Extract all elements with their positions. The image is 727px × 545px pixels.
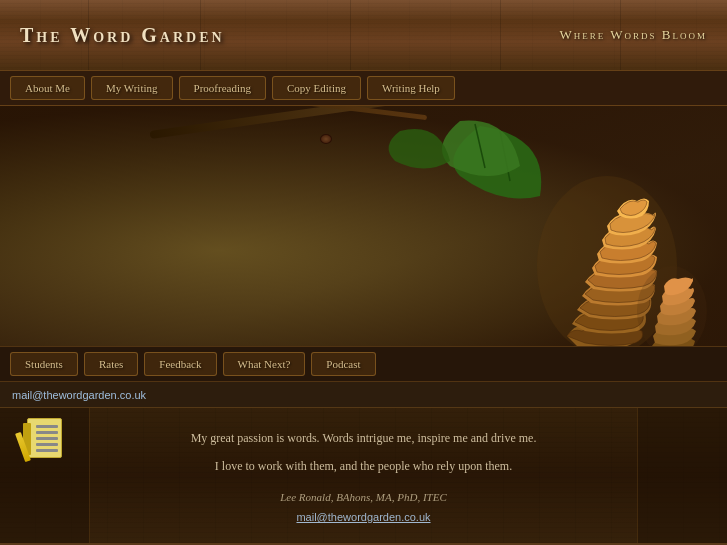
email-link[interactable]: mail@thewordgarden.co.uk xyxy=(12,389,146,401)
notepad-line xyxy=(36,443,58,446)
pine-cone-decoration xyxy=(427,136,707,346)
nav-about-me[interactable]: About Me xyxy=(10,76,85,100)
nav-students[interactable]: Students xyxy=(10,352,78,376)
email-bar: mail@thewordgarden.co.uk xyxy=(0,382,727,408)
author-name: Lee Ronald, BAhons, MA, PhD, ITEC xyxy=(280,491,447,503)
content-email-link[interactable]: mail@thewordgarden.co.uk xyxy=(296,511,430,523)
nav-proofreading[interactable]: Proofreading xyxy=(179,76,266,100)
grain-line xyxy=(350,0,351,70)
content-area: My great passion is words. Words intrigu… xyxy=(0,408,727,543)
site-title: The Word Garden xyxy=(20,24,225,47)
nav-copy-editing[interactable]: Copy Editing xyxy=(272,76,361,100)
bottom-nav: Students Rates Feedback What Next? Podca… xyxy=(0,346,727,382)
nav-rates[interactable]: Rates xyxy=(84,352,138,376)
branch-detail xyxy=(320,134,332,144)
grain-line xyxy=(500,0,501,70)
nav-what-next[interactable]: What Next? xyxy=(223,352,306,376)
grain-line xyxy=(200,0,201,70)
nav-writing-help[interactable]: Writing Help xyxy=(367,76,455,100)
grain-line xyxy=(620,0,621,70)
content-line2: I love to work with them, and the people… xyxy=(215,456,512,478)
top-nav: About Me My Writing Proofreading Copy Ed… xyxy=(0,70,727,106)
right-sidebar xyxy=(637,408,727,543)
left-sidebar xyxy=(0,408,90,543)
notepad-line xyxy=(36,431,58,434)
main-content: My great passion is words. Words intrigu… xyxy=(90,408,637,543)
nav-my-writing[interactable]: My Writing xyxy=(91,76,173,100)
notepad-icon xyxy=(27,418,62,458)
grain-line xyxy=(88,0,89,70)
notepad-line xyxy=(36,437,58,440)
pencil-decoration xyxy=(15,432,31,462)
nav-podcast[interactable]: Podcast xyxy=(311,352,375,376)
header: The Word Garden Where Words Bloom xyxy=(0,0,727,70)
hero-image xyxy=(0,106,727,346)
nav-feedback[interactable]: Feedback xyxy=(144,352,216,376)
page-wrapper: The Word Garden Where Words Bloom About … xyxy=(0,0,727,545)
tagline: Where Words Bloom xyxy=(560,27,707,43)
notepad-line xyxy=(36,425,58,428)
notepad-lines xyxy=(28,419,61,458)
notepad-line xyxy=(36,449,58,452)
content-line1: My great passion is words. Words intrigu… xyxy=(191,428,537,450)
